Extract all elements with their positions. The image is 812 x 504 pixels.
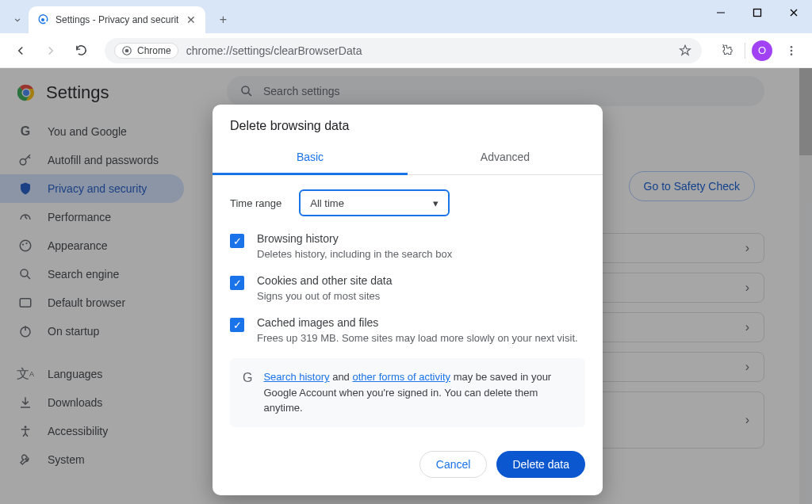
time-range-label: Time range <box>230 197 282 209</box>
svg-point-6 <box>791 49 793 52</box>
dialog-title: Delete browsing data <box>213 105 603 141</box>
address-bar[interactable]: Chrome chrome://settings/clearBrowserDat… <box>105 38 702 63</box>
window-titlebar: Settings - Privacy and securit ✕ + <box>0 0 812 33</box>
browser-toolbar: Chrome chrome://settings/clearBrowserDat… <box>0 33 812 68</box>
option-sub: Frees up 319 MB. Some sites may load mor… <box>257 332 578 344</box>
reload-button[interactable] <box>68 38 94 63</box>
option-cache: ✓ Cached images and files Frees up 319 M… <box>230 316 585 344</box>
svg-rect-2 <box>754 10 761 17</box>
window-close[interactable] <box>776 0 812 25</box>
menu-icon[interactable] <box>779 38 804 63</box>
tab-title: Settings - Privacy and securit <box>56 14 178 25</box>
option-sub: Deletes history, including in the search… <box>257 248 452 260</box>
bookmark-icon[interactable] <box>678 44 692 58</box>
info-text: Search history and other forms of activi… <box>263 369 573 416</box>
checkbox-browsing-history[interactable]: ✓ <box>230 234 244 248</box>
browser-tab[interactable]: Settings - Privacy and securit ✕ <box>29 6 205 33</box>
option-cookies: ✓ Cookies and other site data Signs you … <box>230 274 585 302</box>
checkbox-cookies[interactable]: ✓ <box>230 276 244 290</box>
option-sub: Signs you out of most sites <box>257 290 392 302</box>
option-browsing-history: ✓ Browsing history Deletes history, incl… <box>230 232 585 260</box>
google-account-info: G Search history and other forms of acti… <box>230 358 585 427</box>
tab-favicon <box>36 13 49 26</box>
svg-point-4 <box>125 48 129 52</box>
tab-advanced[interactable]: Advanced <box>408 141 603 174</box>
svg-point-5 <box>791 46 793 48</box>
svg-point-0 <box>41 18 44 21</box>
tab-search-dropdown[interactable] <box>6 9 29 31</box>
profile-avatar[interactable]: O <box>752 40 772 61</box>
time-range-value: All time <box>310 197 344 209</box>
google-g-icon: G <box>243 371 252 385</box>
tab-basic[interactable]: Basic <box>213 141 408 175</box>
option-title: Cached images and files <box>257 316 578 329</box>
svg-point-7 <box>791 53 793 55</box>
extensions-icon[interactable] <box>713 38 738 63</box>
cancel-button[interactable]: Cancel <box>419 451 488 478</box>
site-chip-label: Chrome <box>137 45 171 56</box>
option-title: Browsing history <box>257 232 452 245</box>
time-range-select[interactable]: All time ▾ <box>299 189 450 216</box>
back-button[interactable] <box>8 38 33 63</box>
option-title: Cookies and other site data <box>257 274 392 287</box>
other-activity-link[interactable]: other forms of activity <box>352 371 450 383</box>
window-minimize[interactable] <box>703 0 739 25</box>
url-text: chrome://settings/clearBrowserData <box>186 44 362 57</box>
checkbox-cache[interactable]: ✓ <box>230 318 244 332</box>
delete-data-button[interactable]: Delete data <box>496 451 585 478</box>
search-history-link[interactable]: Search history <box>263 371 329 383</box>
site-chip: Chrome <box>114 43 178 59</box>
dropdown-arrow-icon: ▾ <box>433 197 439 209</box>
window-maximize[interactable] <box>739 0 776 25</box>
tab-close-icon[interactable]: ✕ <box>185 13 197 26</box>
forward-button[interactable] <box>38 38 63 63</box>
delete-browsing-data-dialog: Delete browsing data Basic Advanced Time… <box>213 105 603 495</box>
new-tab-button[interactable]: + <box>212 9 234 31</box>
toolbar-separator <box>745 43 745 59</box>
